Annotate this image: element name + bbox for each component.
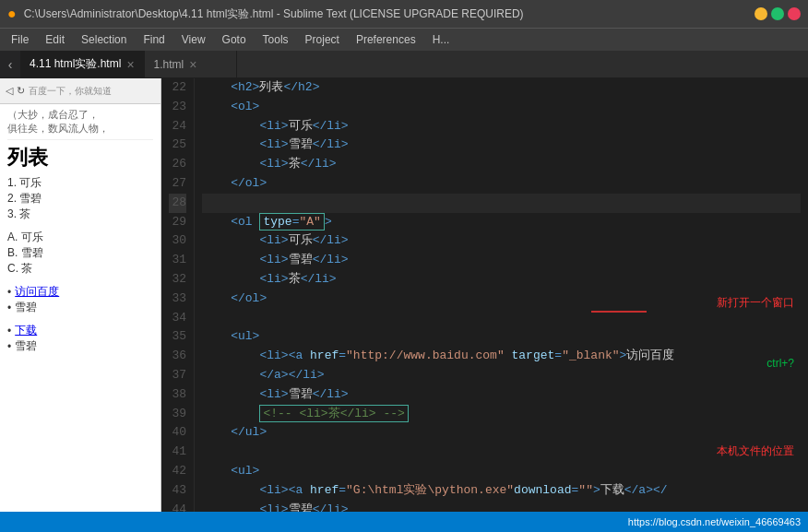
browser-nav: ◁ ↻ 百度一下，你就知道 (0, 78, 160, 104)
tab-secondary-close[interactable]: × (189, 58, 196, 71)
tab-bar: ‹ 4.11 html实验.html × 1.html × (0, 51, 808, 78)
line-num: 31 (169, 251, 186, 270)
list-item: C. 茶 (7, 261, 153, 277)
code-line-29: <ol type="A"> (202, 213, 801, 232)
menu-goto[interactable]: Goto (215, 31, 254, 48)
line-num: 22 (169, 78, 186, 98)
line-num: 33 (169, 290, 186, 309)
code-line-37: </a></li> (202, 366, 801, 385)
menu-file[interactable]: File (4, 31, 36, 48)
baidu-link[interactable]: 访问百度 (15, 284, 59, 300)
bullet-icon: • (7, 325, 11, 337)
line-num: 27 (169, 174, 186, 194)
tab-secondary-label: 1.html (154, 58, 184, 71)
main-area: ◁ ↻ 百度一下，你就知道 （大抄，成台忍了，俱往矣，数风流人物， 列表 1. … (0, 78, 808, 512)
list-item: 2. 雪碧 (7, 191, 153, 207)
code-line-36: <li><a href="http://www.baidu.com" targe… (202, 347, 801, 366)
line-num: 30 (169, 231, 186, 251)
back-button[interactable]: ◁ (6, 85, 13, 97)
code-line-35: <ul> (202, 327, 801, 347)
line-num: 28 (169, 194, 186, 213)
code-line-25: <li>雪碧</li> (202, 136, 801, 155)
list-item: 3. 茶 (7, 207, 153, 222)
tab-main-file[interactable]: 4.11 html实验.html × (20, 51, 145, 77)
tab-secondary-file[interactable]: 1.html × (145, 51, 237, 77)
window-controls (755, 7, 801, 20)
title-text: C:\Users\Administrator\Desktop\4.11 html… (24, 6, 747, 22)
line-num: 44 (169, 501, 186, 512)
code-line-39: </ul> (202, 423, 801, 443)
code-line-34 (202, 309, 801, 328)
numbered-list-1: 1. 可乐 2. 雪碧 3. 茶 (7, 175, 153, 222)
line-num: 38 (169, 385, 186, 405)
line-num: 24 (169, 117, 186, 136)
line-num: 23 (169, 98, 186, 117)
code-line-42: <li><a href="G:\html实验\python.exe"downlo… (202, 481, 801, 501)
code-line-43: <li>雪碧</li> (202, 501, 801, 512)
menu-more[interactable]: H... (425, 31, 457, 48)
menu-view[interactable]: View (174, 31, 213, 48)
app-icon: ● (7, 6, 17, 22)
code-line-30: <li>可乐</li> (202, 231, 801, 251)
code-line-28 (202, 194, 801, 213)
line-num: 43 (169, 481, 186, 501)
list-item: 1. 可乐 (7, 175, 153, 191)
menu-find[interactable]: Find (136, 31, 172, 48)
menu-edit[interactable]: Edit (38, 31, 72, 48)
line-num: 32 (169, 270, 186, 290)
bullet-list-1: • 访问百度 • 雪碧 (7, 284, 153, 315)
menu-tools[interactable]: Tools (255, 31, 296, 48)
code-line-22: <h2>列表</h2> (202, 78, 801, 98)
line-num: 42 (169, 462, 186, 481)
line-num: 29 (169, 213, 186, 232)
line-num: 25 (169, 136, 186, 155)
menu-preferences[interactable]: Preferences (349, 31, 423, 48)
list-item: A. 可乐 (7, 230, 153, 245)
line-num: 37 (169, 366, 186, 385)
menu-selection[interactable]: Selection (74, 31, 134, 48)
list-item: B. 雪碧 (7, 245, 153, 261)
close-button[interactable] (788, 7, 801, 20)
browser-content: （大抄，成台忍了，俱往矣，数风流人物， 列表 1. 可乐 2. 雪碧 3. 茶 … (0, 104, 160, 512)
lettered-list: A. 可乐 B. 雪碧 C. 茶 (7, 230, 153, 277)
sprite-text-2: 雪碧 (15, 338, 37, 354)
line-num: 35 (169, 327, 186, 347)
line-num: 26 (169, 155, 186, 174)
line-num: 36 (169, 347, 186, 366)
bullet-icon: • (7, 340, 11, 353)
tab-main-close[interactable]: × (126, 58, 134, 71)
code-line-37b: <li>雪碧</li> (202, 385, 801, 405)
nav-url: 百度一下，你就知道 (29, 85, 155, 98)
browser-top-text: （大抄，成台忍了，俱往矣，数风流人物， (7, 108, 153, 140)
tab-spacer (237, 51, 808, 77)
status-url: https://blog.csdn.net/weixin_46669463 (628, 516, 801, 527)
download-link[interactable]: 下载 (15, 323, 37, 338)
code-lines[interactable]: <h2>列表</h2> <ol> <li>可乐</li> <li>雪碧</li>… (195, 78, 808, 512)
minimize-button[interactable] (755, 7, 767, 20)
sprite-text: 雪碧 (15, 300, 37, 315)
line-numbers: 22 23 24 25 26 27 28 29 30 31 32 33 34 3… (161, 78, 195, 512)
maximize-button[interactable] (771, 7, 784, 20)
line-num: 41 (169, 443, 186, 462)
code-line-31: <li>雪碧</li> (202, 251, 801, 270)
code-line-38: <!-- <li>茶</li> --> (202, 405, 801, 424)
bullet-icon: • (7, 301, 11, 314)
bullet-icon: • (7, 286, 11, 299)
line-num: 34 (169, 309, 186, 328)
status-bar: https://blog.csdn.net/weixin_46669463 (0, 512, 808, 532)
code-line-33: </ol> (202, 290, 801, 309)
refresh-button[interactable]: ↻ (17, 85, 25, 97)
browser-pane: ◁ ↻ 百度一下，你就知道 （大抄，成台忍了，俱往矣，数风流人物， 列表 1. … (0, 78, 161, 512)
menu-project[interactable]: Project (298, 31, 347, 48)
code-area: 22 23 24 25 26 27 28 29 30 31 32 33 34 3… (161, 78, 808, 512)
list-item: • 雪碧 (7, 300, 153, 315)
tab-back-button[interactable]: ‹ (0, 51, 20, 77)
list-item: • 雪碧 (7, 338, 153, 354)
code-line-41: <ul> (202, 462, 801, 481)
code-line-40 (202, 443, 801, 462)
code-line-27: </ol> (202, 174, 801, 194)
code-line-24: <li>可乐</li> (202, 117, 801, 136)
list-item: • 下载 (7, 323, 153, 338)
code-line-23: <ol> (202, 98, 801, 117)
editor-pane[interactable]: 22 23 24 25 26 27 28 29 30 31 32 33 34 3… (161, 78, 808, 512)
